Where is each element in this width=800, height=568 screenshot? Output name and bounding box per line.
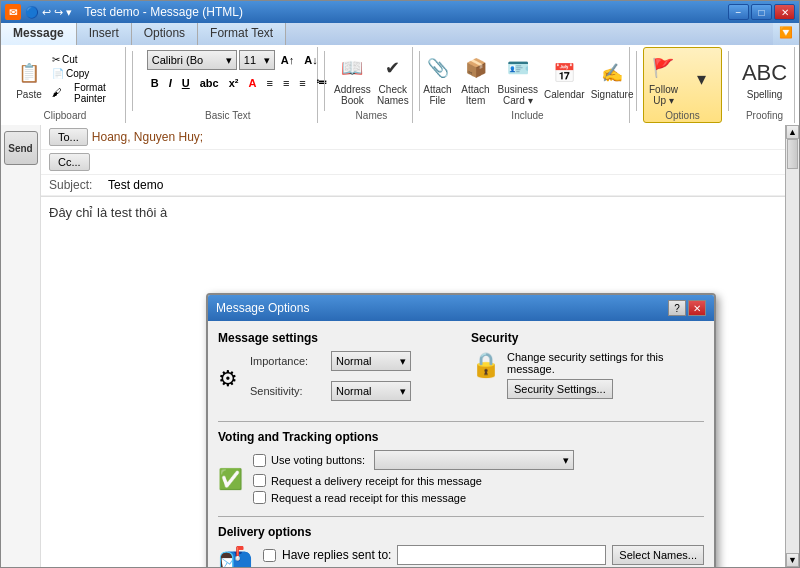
- attach-file-icon: 📎: [422, 52, 454, 84]
- list-btn[interactable]: ≔: [312, 74, 331, 91]
- security-settings-btn[interactable]: Security Settings...: [507, 379, 613, 399]
- include-content: 📎 AttachFile 📦 AttachItem 🪪 BusinessCard…: [420, 49, 636, 108]
- address-book-btn[interactable]: 📖 AddressBook: [332, 50, 373, 108]
- importance-select[interactable]: Normal ▾: [331, 351, 411, 371]
- delivery-receipt-checkbox[interactable]: [253, 474, 266, 487]
- strikethrough-btn[interactable]: abc: [196, 75, 223, 91]
- italic-btn[interactable]: I: [165, 75, 176, 91]
- minimize-btn[interactable]: −: [728, 4, 749, 20]
- format-painter-btn[interactable]: 🖌 Format Painter: [49, 81, 119, 105]
- importance-label: Importance:: [250, 355, 325, 367]
- dialog-help-btn[interactable]: ?: [668, 300, 686, 316]
- importance-row: ⚙ Importance: Normal ▾: [218, 351, 451, 407]
- font-grow-btn[interactable]: A↑: [277, 52, 298, 68]
- sensitivity-field-row: Sensitivity: Normal ▾: [250, 381, 411, 401]
- follow-up-icon: 🚩: [647, 52, 679, 84]
- main-window: ✉ 🔵 ↩ ↪ ▾ Test demo - Message (HTML) − □…: [0, 0, 800, 568]
- signature-btn[interactable]: ✍ Signature: [589, 55, 636, 102]
- font-selector[interactable]: Calibri (Bo ▾: [147, 50, 237, 70]
- sensitivity-arrow-icon: ▾: [400, 385, 406, 398]
- tab-message[interactable]: Message: [1, 23, 77, 45]
- attach-file-btn[interactable]: 📎 AttachFile: [420, 50, 456, 108]
- delivery-receipt-label: Request a delivery receipt for this mess…: [271, 475, 482, 487]
- title-bar-left: ✉ 🔵 ↩ ↪ ▾ Test demo - Message (HTML): [5, 4, 243, 20]
- importance-arrow-icon: ▾: [400, 355, 406, 368]
- sep2: [324, 51, 325, 111]
- message-settings-title: Message settings: [218, 331, 451, 345]
- voting-tracking-title: Voting and Tracking options: [218, 430, 704, 444]
- security-icon: 🔒: [471, 351, 501, 379]
- paste-icon: 📋: [13, 57, 45, 89]
- voting-buttons-label: Use voting buttons:: [271, 454, 365, 466]
- names-label: Names: [356, 108, 388, 121]
- ribbon-group-include: 📎 AttachFile 📦 AttachItem 🪪 BusinessCard…: [426, 47, 630, 123]
- tab-options[interactable]: Options: [132, 23, 198, 45]
- copy-btn[interactable]: 📄 Copy: [49, 67, 119, 80]
- tab-format-text[interactable]: Format Text: [198, 23, 286, 45]
- importance-field-row: Importance: Normal ▾: [250, 351, 411, 371]
- calendar-btn[interactable]: 📅 Calendar: [542, 55, 587, 102]
- names-content: 📖 AddressBook ✔ CheckNames: [332, 49, 411, 108]
- dialog-title-text: Message Options: [216, 301, 309, 315]
- sep5: [728, 51, 729, 111]
- window-title: Test demo - Message (HTML): [84, 5, 243, 19]
- sensitivity-label: Sensitivity:: [250, 385, 325, 397]
- have-replies-row: Have replies sent to: Select Names...: [259, 545, 704, 565]
- sensitivity-select[interactable]: Normal ▾: [331, 381, 411, 401]
- bold-btn[interactable]: B: [147, 75, 163, 91]
- dialog-overlay: Message Options ? ✕ Message settings ⚙: [1, 125, 799, 567]
- cut-btn[interactable]: ✂ Cut: [49, 53, 119, 66]
- ribbon-collapse-btn[interactable]: 🔽: [773, 23, 799, 45]
- font-row: Calibri (Bo ▾ 11 ▾ A↑ A↓: [145, 49, 324, 71]
- check-names-btn[interactable]: ✔ CheckNames: [375, 50, 411, 108]
- read-receipt-checkbox[interactable]: [253, 491, 266, 504]
- have-replies-input[interactable]: [397, 545, 606, 565]
- align-center-btn[interactable]: ≡: [279, 75, 293, 91]
- title-bar: ✉ 🔵 ↩ ↪ ▾ Test demo - Message (HTML) − □…: [1, 1, 799, 23]
- voting-buttons-row: Use voting buttons: ▾: [249, 450, 704, 470]
- restore-btn[interactable]: □: [751, 4, 772, 20]
- quick-access-btns: 🔵 ↩ ↪ ▾: [25, 6, 72, 19]
- follow-up-btn[interactable]: 🚩 FollowUp ▾: [645, 50, 681, 108]
- message-settings-section: Message settings ⚙ Importance: Normal ▾: [218, 331, 451, 413]
- paste-btn[interactable]: 📋 Paste: [11, 55, 47, 102]
- security-section: Security 🔒 Change security settings for …: [471, 331, 704, 413]
- calendar-icon: 📅: [548, 57, 580, 89]
- close-window-btn[interactable]: ✕: [774, 4, 795, 20]
- style-row: B I U abc x² A ≡ ≡ ≡ ≔: [145, 73, 333, 92]
- options-down-btn[interactable]: ▾: [683, 61, 719, 97]
- align-left-btn[interactable]: ≡: [262, 75, 276, 91]
- app-icon: ✉: [5, 4, 21, 20]
- fontsize-selector[interactable]: 11 ▾: [239, 50, 275, 70]
- delivery-icon: 📬: [218, 545, 253, 567]
- have-replies-checkbox[interactable]: [263, 549, 276, 562]
- align-right-btn[interactable]: ≡: [295, 75, 309, 91]
- voting-icon: ✅: [218, 467, 243, 491]
- select-names-btn[interactable]: Select Names...: [612, 545, 704, 565]
- options-content: 🚩 FollowUp ▾ ▾: [645, 50, 719, 108]
- proofing-label: Proofing: [746, 108, 783, 121]
- dialog-close-btn[interactable]: ✕: [688, 300, 706, 316]
- tab-insert[interactable]: Insert: [77, 23, 132, 45]
- settings-icon: ⚙: [218, 366, 238, 392]
- sep4: [636, 51, 637, 111]
- underline-btn[interactable]: U: [178, 75, 194, 91]
- voting-buttons-checkbox[interactable]: [253, 454, 266, 467]
- read-receipt-row: Request a read receipt for this message: [249, 491, 704, 504]
- top-two-col: Message settings ⚙ Importance: Normal ▾: [218, 331, 704, 413]
- divider2: [218, 516, 704, 517]
- spelling-btn[interactable]: ABC Spelling: [745, 55, 785, 102]
- proofing-content: ABC Spelling: [745, 49, 785, 108]
- basictext-label: Basic Text: [205, 108, 250, 121]
- font-shrink-btn[interactable]: A↓: [300, 52, 321, 68]
- attach-item-btn[interactable]: 📦 AttachItem: [458, 50, 494, 108]
- voting-select[interactable]: ▾: [374, 450, 574, 470]
- delivery-options-title: Delivery options: [218, 525, 704, 539]
- attach-item-icon: 📦: [460, 52, 492, 84]
- ribbon-content: 📋 Paste ✂ Cut 📄 Copy 🖌 Format Painter Cl…: [1, 45, 799, 125]
- superscript-btn[interactable]: x²: [225, 75, 243, 91]
- font-color-btn[interactable]: A: [245, 75, 261, 91]
- have-replies-label: Have replies sent to:: [282, 548, 391, 562]
- business-card-btn[interactable]: 🪪 BusinessCard ▾: [496, 50, 541, 108]
- ribbon-group-clipboard: 📋 Paste ✂ Cut 📄 Copy 🖌 Format Painter Cl…: [5, 47, 126, 123]
